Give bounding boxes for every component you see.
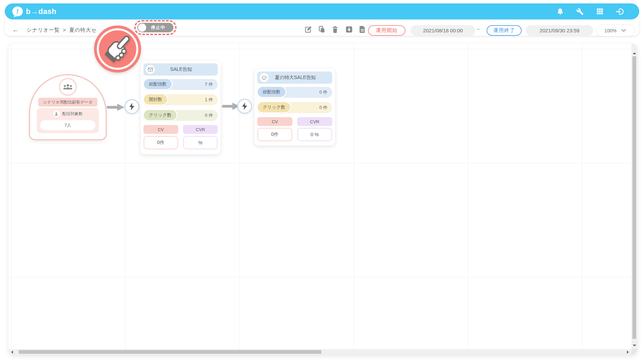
operation-start-button[interactable]: 運用開始: [368, 25, 405, 36]
status-toggle-label: 停止中: [151, 25, 165, 31]
app-logo: ! b→dash: [12, 6, 57, 16]
logo-text: b→dash: [26, 7, 57, 16]
cv-header: CV: [257, 117, 292, 126]
line-card-header: LINE 夏の特大SALE告知: [257, 72, 332, 84]
pointer-hand-highlight-icon: [94, 26, 141, 73]
customer-data-node-title: シナリオ用配信顧客データ: [38, 98, 97, 107]
metric-label: 総配信数: [143, 78, 173, 90]
metric-value: 0 件: [205, 112, 218, 119]
mail-card-title: SALE告知: [155, 66, 208, 73]
top-app-bar: ! b→dash: [5, 3, 639, 19]
status-toggle[interactable]: 停止中: [137, 23, 173, 32]
scroll-left-arrow[interactable]: [11, 350, 13, 354]
bell-icon[interactable]: [556, 7, 564, 16]
vertical-scrollbar[interactable]: [631, 44, 637, 349]
flow-arrow-icon: [107, 103, 124, 111]
svg-text:LINE: LINE: [263, 77, 265, 78]
line-card-title: 夏の特大SALE告知: [269, 75, 322, 81]
line-campaign-node[interactable]: LINE 夏の特大SALE告知 総配信数 0 件 クリック数 0 件 CV CV…: [255, 69, 335, 145]
metric-row-clicks: クリック数 0 件: [257, 102, 332, 113]
document-icon[interactable]: [359, 26, 367, 33]
metric-label: クリック数: [143, 109, 178, 121]
delivery-target-value: 7人: [40, 120, 95, 130]
cvr-header: CVR: [183, 125, 218, 134]
scroll-right-arrow[interactable]: [627, 350, 629, 354]
envelope-icon: [146, 65, 155, 74]
cvr-value: 0 %: [297, 128, 332, 141]
topbar-icon-group: [556, 7, 624, 16]
horizontal-scrollbar[interactable]: [9, 349, 631, 355]
metric-value: 0 件: [319, 105, 332, 111]
mail-campaign-node[interactable]: SALE告知 総配信数 7 件 開封数 1 件 クリック数 0 件 CV CVR…: [141, 61, 220, 154]
lightning-bolt-icon: [129, 103, 135, 110]
date-range-separator: ~: [477, 27, 480, 33]
operation-end-button[interactable]: 運用終了: [487, 25, 522, 36]
download-icon[interactable]: [345, 26, 353, 33]
delete-trash-icon[interactable]: [332, 26, 339, 33]
lightning-bolt-icon: [242, 103, 248, 110]
start-datetime-field[interactable]: 2021/08/18 00:00: [411, 25, 475, 36]
metric-row-clicks: クリック数 0 件: [143, 110, 218, 121]
zoom-level-value: 100%: [604, 28, 617, 33]
end-datetime-field[interactable]: 2021/09/30 23:59: [526, 25, 593, 36]
metric-row-total-delivery: 総配信数 0 件: [257, 87, 332, 98]
trigger-node-1[interactable]: [124, 99, 139, 114]
breadcrumb-scenario-list-link[interactable]: シナリオ一覧: [27, 27, 60, 33]
scroll-down-arrow[interactable]: [633, 345, 636, 346]
sign-out-icon[interactable]: [615, 7, 624, 16]
metric-value: 7 件: [205, 81, 218, 88]
edit-icon[interactable]: [304, 26, 312, 33]
metric-row-total-delivery: 総配信数 7 件: [143, 79, 218, 90]
logo-exclamation: !: [16, 7, 19, 16]
cv-value: 0件: [143, 136, 178, 149]
wrench-icon[interactable]: [576, 7, 584, 16]
copy-icon[interactable]: [318, 26, 326, 33]
metric-value: 0 件: [319, 89, 332, 95]
toggle-highlight-dashed-border: 停止中: [134, 20, 177, 35]
scrollbar-corner: [631, 349, 637, 355]
metric-label: クリック数: [257, 101, 291, 113]
metric-label: 総配信数: [257, 86, 287, 98]
line-app-icon: LINE: [260, 73, 269, 82]
customer-data-node[interactable]: シナリオ用配信顧客データ 配信対象数 7人: [29, 74, 107, 140]
scenario-flow-canvas[interactable]: シナリオ用配信顧客データ 配信対象数 7人 SALE告知 総配信数 7 件: [9, 44, 637, 355]
toolbar-icon-group: [304, 26, 367, 33]
metric-row-opens: 開封数 1 件: [143, 94, 218, 105]
cv-value: 0件: [257, 128, 292, 141]
apps-grid-icon[interactable]: [596, 7, 604, 16]
mail-card-header: SALE告知: [143, 63, 218, 76]
breadcrumb-current-scenario: 夏の特大セ: [69, 27, 97, 33]
breadcrumb-separator: >: [63, 27, 66, 33]
people-group-icon: [59, 78, 77, 96]
logo-speech-bubble-icon: !: [12, 6, 23, 16]
vertical-scrollbar-thumb[interactable]: [632, 56, 636, 339]
toggle-knob: [138, 23, 146, 32]
metric-label: 開封数: [143, 93, 168, 106]
horizontal-scrollbar-thumb[interactable]: [19, 350, 321, 354]
cv-header: CV: [143, 125, 178, 134]
zoom-level-dropdown[interactable]: 100%: [596, 25, 635, 36]
back-button[interactable]: ←: [12, 26, 19, 34]
trigger-node-2[interactable]: [237, 99, 252, 114]
chevron-down-icon: [621, 29, 626, 32]
person-icon: [53, 110, 60, 117]
breadcrumb: シナリオ一覧 > 夏の特大セ: [27, 27, 97, 33]
cvr-value: %: [183, 136, 218, 149]
customer-data-node-body: 配信対象数 7人: [37, 108, 99, 133]
delivery-target-label: 配信対象数: [62, 111, 83, 117]
cvr-header: CVR: [297, 117, 332, 126]
metric-value: 1 件: [205, 97, 218, 103]
scroll-up-arrow[interactable]: [633, 52, 636, 54]
